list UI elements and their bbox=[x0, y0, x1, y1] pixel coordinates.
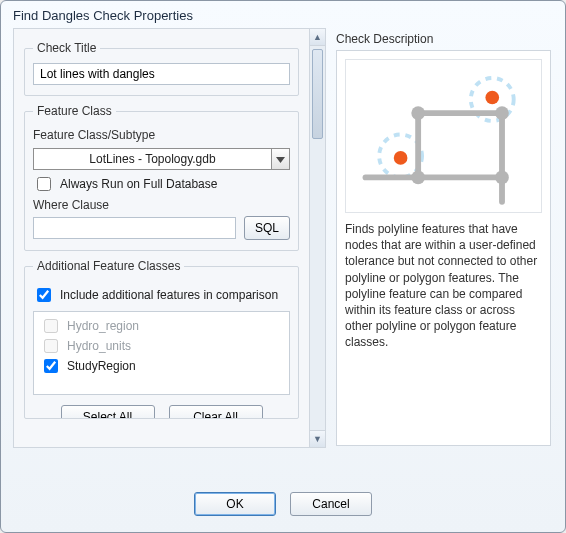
additional-features-group: Additional Feature Classes Include addit… bbox=[24, 259, 299, 419]
right-column: Check Description bbox=[334, 28, 553, 448]
additional-features-list: Hydro_region Hydro_units StudyRegion bbox=[33, 311, 290, 395]
svg-point-10 bbox=[495, 171, 509, 185]
feature-class-combo-button[interactable] bbox=[271, 149, 289, 169]
svg-marker-0 bbox=[276, 157, 285, 163]
include-additional-row: Include additional features in compariso… bbox=[33, 285, 290, 305]
feature-class-legend: Feature Class bbox=[33, 104, 116, 118]
where-clause-input[interactable] bbox=[33, 217, 236, 239]
list-item[interactable]: StudyRegion bbox=[40, 356, 283, 376]
list-item-label: Hydro_region bbox=[67, 317, 139, 335]
always-run-label: Always Run on Full Database bbox=[60, 177, 217, 191]
check-title-input[interactable] bbox=[33, 63, 290, 85]
list-item: Hydro_region bbox=[40, 316, 283, 336]
scroll-thumb[interactable] bbox=[312, 49, 323, 139]
svg-point-12 bbox=[394, 151, 408, 165]
check-description-text: Finds polyline features that have nodes … bbox=[345, 221, 542, 351]
dialog-footer: OK Cancel bbox=[1, 492, 565, 516]
feature-class-combo[interactable]: LotLines - Topology.gdb bbox=[33, 148, 290, 170]
select-all-button[interactable]: Select All bbox=[61, 405, 155, 418]
scroll-up-icon[interactable]: ▲ bbox=[310, 29, 325, 46]
cancel-button[interactable]: Cancel bbox=[290, 492, 372, 516]
list-item-checkbox[interactable] bbox=[44, 359, 58, 373]
list-item-checkbox bbox=[44, 319, 58, 333]
always-run-checkbox[interactable] bbox=[37, 177, 51, 191]
check-description-box: Finds polyline features that have nodes … bbox=[336, 50, 551, 446]
list-item: Hydro_units bbox=[40, 336, 283, 356]
check-title-legend: Check Title bbox=[33, 41, 100, 55]
dialog-window: Find Dangles Check Properties Check Titl… bbox=[0, 0, 566, 533]
left-column: Check Title Feature Class Feature Class/… bbox=[13, 28, 309, 448]
additional-features-legend: Additional Feature Classes bbox=[33, 259, 184, 273]
always-run-row: Always Run on Full Database bbox=[33, 174, 290, 194]
window-title: Find Dangles Check Properties bbox=[1, 1, 565, 28]
feature-class-group: Feature Class Feature Class/Subtype LotL… bbox=[24, 104, 299, 251]
list-button-row: Select All Clear All bbox=[33, 405, 290, 418]
svg-point-7 bbox=[411, 106, 425, 120]
feature-subtype-label: Feature Class/Subtype bbox=[33, 128, 290, 142]
ok-button[interactable]: OK bbox=[194, 492, 276, 516]
list-item-label: Hydro_units bbox=[67, 337, 131, 355]
left-scrollbar[interactable]: ▲ ▼ bbox=[309, 28, 326, 448]
include-additional-label: Include additional features in compariso… bbox=[60, 288, 278, 302]
dialog-body: Check Title Feature Class Feature Class/… bbox=[1, 28, 565, 448]
feature-class-combo-text: LotLines - Topology.gdb bbox=[34, 149, 271, 169]
scroll-down-icon[interactable]: ▼ bbox=[310, 430, 325, 447]
list-item-label: StudyRegion bbox=[67, 357, 136, 375]
check-title-group: Check Title bbox=[24, 41, 299, 96]
check-description-legend: Check Description bbox=[336, 32, 551, 46]
svg-point-8 bbox=[495, 106, 509, 120]
left-scroll-pane: Check Title Feature Class Feature Class/… bbox=[13, 28, 326, 448]
where-clause-label: Where Clause bbox=[33, 198, 290, 212]
svg-point-9 bbox=[411, 171, 425, 185]
dangles-illustration bbox=[345, 59, 542, 213]
chevron-down-icon bbox=[276, 152, 285, 166]
list-item-checkbox bbox=[44, 339, 58, 353]
sql-button[interactable]: SQL bbox=[244, 216, 290, 240]
include-additional-checkbox[interactable] bbox=[37, 288, 51, 302]
where-clause-row: SQL bbox=[33, 216, 290, 240]
clear-all-button[interactable]: Clear All bbox=[169, 405, 263, 418]
svg-point-11 bbox=[485, 91, 499, 105]
